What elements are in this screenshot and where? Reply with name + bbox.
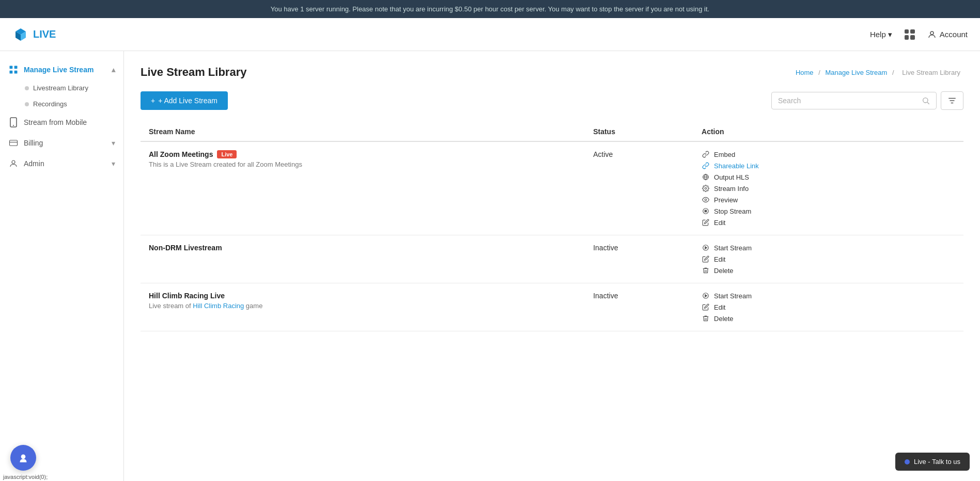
live-badge-0: Live: [217, 150, 237, 158]
svg-point-10: [923, 98, 928, 103]
chat-bubble[interactable]: [10, 445, 36, 471]
user-icon: [927, 30, 937, 39]
svg-line-11: [927, 102, 929, 104]
action-label-1-1: Edit: [714, 255, 725, 263]
search-input[interactable]: [778, 97, 922, 105]
stream-icon: [8, 65, 19, 75]
chevron-up-icon: ▴: [112, 66, 115, 74]
action-label-0-6: Edit: [714, 219, 725, 227]
stream-table: Stream Name Status Action All Zoom Meeti…: [141, 122, 963, 331]
sidebar-item-manage-live-stream[interactable]: Manage Live Stream ▴: [0, 59, 123, 80]
sidebar-item-stream-from-mobile[interactable]: Stream from Mobile: [0, 112, 123, 133]
svg-rect-3: [10, 71, 13, 74]
action-item-0-5[interactable]: Stop Stream: [702, 207, 955, 215]
col-stream-name: Stream Name: [141, 122, 585, 141]
stream-desc-2: Live stream of Hill Climb Racing game: [149, 302, 577, 310]
help-label: Help: [870, 30, 886, 39]
edit-icon: [702, 218, 710, 227]
action-item-0-0[interactable]: Embed: [702, 150, 955, 158]
chat-dot: [905, 459, 910, 464]
action-item-0-2[interactable]: Output HLS: [702, 173, 955, 181]
action-label-0-1: Shareable Link: [714, 162, 759, 170]
breadcrumb-home[interactable]: Home: [796, 69, 814, 76]
action-item-2-0[interactable]: Start Stream: [702, 292, 955, 300]
action-label-2-0: Start Stream: [714, 292, 752, 300]
sidebar-standalone-label-2: Admin: [24, 159, 44, 168]
play-icon: [702, 292, 710, 300]
svg-rect-4: [14, 71, 18, 74]
search-box: [771, 92, 937, 109]
action-item-1-1[interactable]: Edit: [702, 255, 955, 263]
action-item-2-1[interactable]: Edit: [702, 303, 955, 311]
svg-rect-1: [10, 66, 13, 69]
toolbar: + + Add Live Stream: [141, 91, 963, 110]
sidebar-item-recordings[interactable]: Recordings: [17, 96, 123, 112]
sidebar-sub-item-label-0: Livestream Library: [33, 84, 88, 92]
svg-point-17: [705, 199, 707, 201]
chat-widget[interactable]: [10, 445, 36, 471]
stream-desc-link-2[interactable]: Hill Climb Racing: [193, 302, 244, 310]
action-item-1-0[interactable]: Start Stream: [702, 244, 955, 252]
edit-icon: [702, 303, 710, 311]
action-label-1-0: Start Stream: [714, 244, 752, 252]
stream-name-0: All Zoom MeetingsLive: [149, 150, 577, 158]
dot-icon: [25, 86, 29, 90]
sidebar-item-livestream-library[interactable]: Livestream Library: [17, 80, 123, 96]
stream-name-1: Non-DRM Livestream: [149, 244, 577, 252]
table-row: Non-DRM LivestreamInactive Start Stream …: [141, 235, 963, 283]
search-icon: [922, 97, 930, 105]
breadcrumb: Home / Manage Live Stream / Live Stream …: [796, 69, 963, 76]
filter-icon: [947, 96, 957, 105]
action-label-0-0: Embed: [714, 151, 735, 158]
svg-marker-23: [705, 295, 707, 297]
action-label-0-2: Output HLS: [714, 173, 749, 181]
chat-label[interactable]: Live - Talk to us: [895, 453, 970, 471]
svg-rect-19: [705, 210, 707, 212]
col-status: Status: [585, 122, 693, 141]
edit-icon: [702, 255, 710, 263]
admin-icon: [8, 158, 19, 169]
status-text-2: Inactive: [593, 292, 618, 300]
action-item-0-3[interactable]: Stream Info: [702, 184, 955, 193]
sidebar: Manage Live Stream ▴ Livestream Library …: [0, 51, 124, 481]
add-btn-label: + Add Live Stream: [158, 97, 217, 105]
trash-icon: [702, 266, 710, 275]
sidebar-item-billing[interactable]: Billing ▾: [0, 133, 123, 153]
mobile-icon: [8, 117, 19, 127]
account-button[interactable]: Account: [927, 30, 968, 39]
billing-icon: [8, 138, 19, 148]
add-live-stream-button[interactable]: + + Add Live Stream: [141, 91, 228, 110]
top-banner: You have 1 server running. Please note t…: [0, 0, 980, 18]
chevron-down-icon: ▾: [888, 30, 892, 39]
breadcrumb-manage[interactable]: Manage Live Stream: [825, 69, 887, 76]
sidebar-item-admin[interactable]: Admin ▾: [0, 153, 123, 174]
grid-icon[interactable]: [905, 29, 915, 40]
action-item-0-6[interactable]: Edit: [702, 218, 955, 227]
svg-rect-2: [14, 66, 18, 69]
action-item-2-2[interactable]: Delete: [702, 314, 955, 323]
filter-button[interactable]: [941, 91, 963, 110]
action-item-1-2[interactable]: Delete: [702, 266, 955, 275]
sidebar-sub-items: Livestream Library Recordings: [0, 80, 123, 112]
link-icon: [702, 150, 710, 158]
action-item-0-4[interactable]: Preview: [702, 196, 955, 204]
action-list-0: Embed Shareable Link Output HLS Stream I…: [702, 150, 955, 227]
stream-status-cell-0: Active: [585, 141, 693, 235]
logo-icon: [12, 26, 29, 43]
chevron-down-icon: ▾: [112, 159, 115, 168]
sidebar-standalone-label-1: Billing: [24, 139, 43, 147]
eye-icon: [702, 196, 710, 204]
breadcrumb-current: Live Stream Library: [902, 69, 960, 76]
action-label-0-5: Stop Stream: [714, 207, 751, 215]
action-list-2: Start Stream Edit Delete: [702, 292, 955, 323]
action-item-0-1[interactable]: Shareable Link: [702, 162, 955, 170]
statusbar-text: javascript:void(0);: [3, 474, 48, 480]
sidebar-sub-item-label-1: Recordings: [33, 100, 67, 108]
app-body: Manage Live Stream ▴ Livestream Library …: [0, 51, 980, 481]
logo: LIVE: [12, 26, 56, 43]
help-button[interactable]: Help ▾: [870, 30, 892, 39]
svg-point-9: [12, 161, 15, 164]
action-label-1-2: Delete: [714, 267, 734, 275]
stop-icon: [702, 207, 710, 215]
play-icon: [702, 244, 710, 252]
